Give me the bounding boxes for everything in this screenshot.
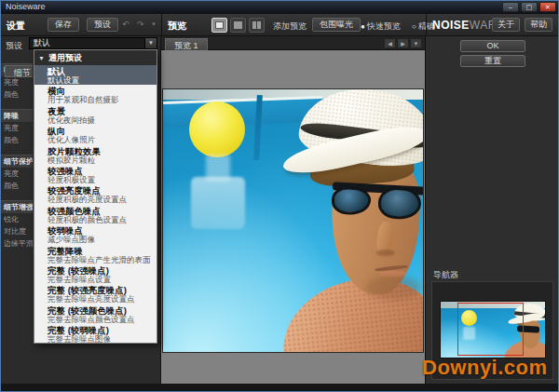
preset-item-subtitle: 减少噪点图像 [48,236,153,244]
filter-setting-row[interactable]: 亮度 [1,76,33,88]
preset-item-title: 完整降噪 [48,246,153,256]
preset-menu-item[interactable]: 夜景 优化夜间拍摄 [34,105,157,125]
filter-setting-row[interactable]: 细节保护 [1,155,33,168]
toolbar-divider-2 [426,14,427,35]
preview-pane: 预览 1 ◀ ▶ ▼ [161,36,425,384]
preset-item-subtitle: 优化人像照片 [48,136,153,144]
view-split-vertical-button[interactable] [249,18,265,33]
navigator-title: 导航器 [433,269,458,281]
bracket-exposure-button[interactable]: 包围曝光 [312,18,361,32]
preset-item-subtitle: 完整去除噪点图像 [48,335,153,344]
undo-icon[interactable]: ↶ [122,20,130,29]
filter-setting-row[interactable]: 亮度 [1,168,33,180]
filter-setting-row[interactable]: 颜色 [1,134,33,146]
about-button[interactable]: 关于 [492,18,520,32]
man-sunglasses [331,180,423,223]
preset-menu-item[interactable]: 纵向 优化人像照片 [34,125,157,144]
man-jaw-shadow [365,276,421,300]
preset-menu-item[interactable]: 默认 默认设置 [34,65,157,85]
tab-menu-icon[interactable]: ▼ [410,38,422,48]
preview-label: 预览 [168,20,186,33]
filter-setting-row[interactable]: 细节增强 [1,200,33,213]
save-button[interactable]: 保存 [48,18,79,32]
preset-dropdown-menu: ▼通用预设 默认 默认设置 横向 用于景观和自然摄影 夜景 优化夜间拍摄 纵向 … [34,49,157,344]
preset-menu-item[interactable]: 完整 (较弱噪点) 完整去除噪点图像 [34,324,157,344]
title-bar: Noiseware – ▢ ✕ [1,1,558,14]
bottom-bar [1,384,558,391]
view-single-button[interactable] [211,18,227,33]
filter-settings-column: 噪点检测亮度颜色降噪亮度颜色细节细节保护亮度颜色细节增强锐化对比度边缘平滑 [1,55,33,250]
minimize-icon[interactable]: – [502,2,519,12]
action-panel: OK 重置 导航器 [425,36,559,384]
chevron-down-icon: ▼ [38,55,45,61]
preset-menu-item[interactable]: 较强亮度噪点 轻度积极的亮度设置点 [34,184,157,204]
preview-photo [163,89,423,352]
help-button[interactable]: 帮助 [525,18,552,32]
preset-item-subtitle: 轻度积极设置 [48,176,153,184]
radio-on-icon: ● [361,22,365,31]
preset-menu-item[interactable]: 完整 (较强颜色噪点) 完整去除噪点颜色设置点 [34,304,157,324]
preset-caret-icon[interactable]: ▼ [144,38,157,48]
preset-menu-item[interactable]: 较强颜色噪点 轻度积极的颜色设置点 [34,205,157,224]
quick-preview-radio[interactable]: ●快速预览 [361,20,401,33]
preset-menu-item[interactable]: 胶片颗粒效果 模拟胶片颗粒 [34,145,157,165]
vsplit-icon [252,21,256,29]
preset-item-subtitle: 完整去除噪点颜色设置点 [48,316,153,324]
preset-menu-item[interactable]: 完整 (较强噪点) 完整去除噪点设置 [34,264,157,284]
filter-setting-row[interactable]: 边缘平滑 [1,237,33,250]
downyi-watermark: Downyi.com [422,356,548,380]
single-pane-icon [215,21,224,29]
close-icon[interactable]: ✕ [539,2,556,12]
filter-setting-row[interactable]: 锐化 [1,213,33,225]
preset-item-subtitle: 轻度积极的亮度设置点 [48,196,153,204]
preset-dropdown[interactable]: 默认 ▼ [29,37,157,49]
preset-item-subtitle: 轻度积极的颜色设置点 [48,216,153,224]
filter-setting-row[interactable]: 对比度 [1,225,33,237]
tab-scroll-controls: ◀ ▶ ▼ [384,38,422,48]
preset-menu-item[interactable]: 较弱噪点 减少噪点图像 [34,224,157,244]
navigator-view-rectangle[interactable] [457,303,524,356]
navigator-thumbnail[interactable] [441,302,545,358]
preset-menu-group-header: ▼通用预设 [34,50,157,65]
window-controls: – ▢ ✕ [502,2,556,12]
settings-label: 设置 [7,20,25,33]
settings-panel: 预设 默认 ▼ 噪点检测亮度颜色降噪亮度颜色细节细节保护亮度颜色细节增强锐化对比… [1,36,161,384]
filter-setting-row[interactable]: 颜色 [1,180,33,192]
preset-menu-items: 默认 默认设置 横向 用于景观和自然摄影 夜景 优化夜间拍摄 纵向 优化人像照片… [34,65,157,344]
radio-off-icon: ○ [412,22,416,31]
tab-scroll-left-icon[interactable]: ◀ [384,38,396,48]
preset-menu-item[interactable]: 横向 用于景观和自然摄影 [34,85,157,104]
preset-menu-item[interactable]: 完整降噪 完整去除噪点产生光滑的表面 [34,245,157,264]
preset-button[interactable]: 预设 [87,18,118,32]
toolbar-divider [161,14,162,35]
preset-item-title: 胶片颗粒效果 [48,146,153,156]
preview-tab-1[interactable]: 预览 1 [165,38,208,50]
redo-icon[interactable]: ↷ [137,20,144,29]
preset-current-value: 默认 [34,38,50,47]
main-toolbar: 设置 保存 预设 ↶ ↷ ▼ 预览 添加预览 包围曝光 ●快速预览 ○精确 NO… [1,14,558,36]
man-nose-shadow [376,250,395,256]
filter-setting-row[interactable]: 颜色 [1,88,33,101]
preset-menu-item[interactable]: 较强噪点 轻度积极设置 [34,165,157,184]
preset-menu-item[interactable]: 完整 (较强亮度噪点) 完整去除噪点亮度设置点 [34,284,157,304]
window-title: Noiseware [6,2,46,11]
pool-skimmer [191,177,245,229]
tab-scroll-right-icon[interactable]: ▶ [397,38,409,48]
reset-button[interactable]: 重置 [460,55,525,67]
preset-item-subtitle: 默认设置 [48,76,153,85]
noiseware-window: Noiseware – ▢ ✕ 设置 保存 预设 ↶ ↷ ▼ 预览 添加预览 包… [0,0,559,392]
view-split-horizontal-button[interactable] [230,18,246,33]
filter-setting-row[interactable]: 降噪 [1,109,33,122]
beach-ball [189,101,245,157]
filter-setting-row[interactable]: 亮度 [1,122,33,134]
filter-setting-row[interactable]: 细节 [5,65,33,77]
preset-item-subtitle: 完整去除噪点设置 [48,276,153,284]
ok-button[interactable]: OK [460,40,525,52]
maximize-icon[interactable]: ▢ [521,2,538,12]
preset-field-label: 预设 [6,40,22,52]
preset-history-caret-icon[interactable]: ▼ [151,21,157,27]
preview-canvas[interactable] [161,50,425,384]
preset-item-subtitle: 用于景观和自然摄影 [48,96,153,104]
add-preview-button[interactable]: 添加预览 [273,20,307,33]
preset-item-subtitle: 完整去除噪点产生光滑的表面 [48,256,153,264]
